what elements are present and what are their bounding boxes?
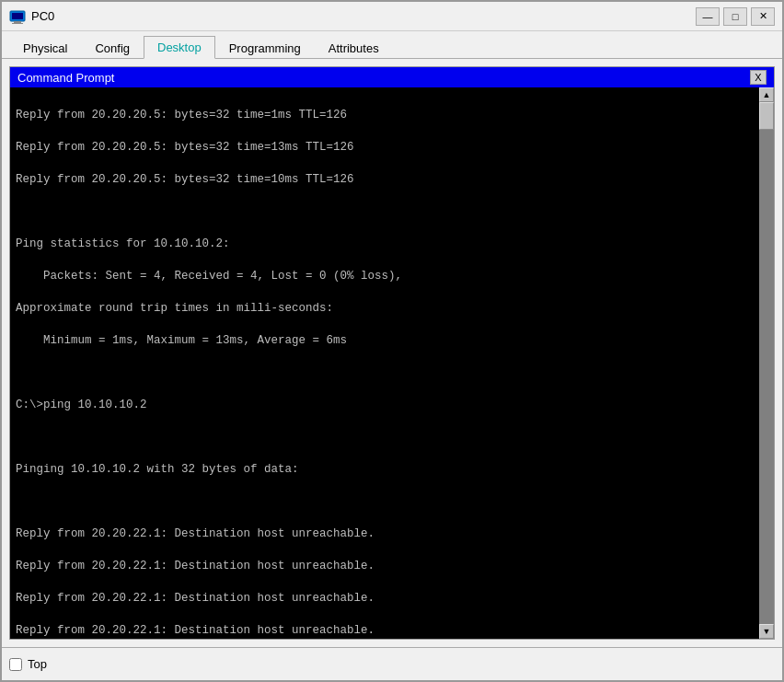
svg-rect-2 (14, 21, 21, 23)
svg-rect-3 (12, 23, 23, 24)
terminal-line: Reply from 20.20.20.5: bytes=32 time=1ms… (16, 108, 754, 124)
tab-desktop[interactable]: Desktop (144, 36, 215, 59)
terminal-line: Reply from 20.20.20.5: bytes=32 time=13m… (16, 140, 754, 156)
terminal-line: Reply from 20.20.20.5: bytes=32 time=10m… (16, 172, 754, 189)
tab-programming[interactable]: Programming (215, 37, 315, 59)
terminal-line: Reply from 20.20.22.1: Destination host … (16, 526, 754, 543)
scrollbar-track[interactable] (759, 102, 774, 624)
cmd-close-button[interactable]: X (750, 70, 767, 85)
tab-bar: Physical Config Desktop Programming Attr… (2, 31, 782, 59)
terminal-line: Minimum = 1ms, Maximum = 13ms, Average =… (16, 333, 754, 350)
tab-config[interactable]: Config (81, 37, 144, 59)
main-window: PC0 — □ ✕ Physical Config Desktop Progra… (0, 0, 784, 682)
content-area: Command Prompt X Reply from 20.20.20.5: … (2, 59, 782, 647)
app-icon (9, 8, 26, 25)
terminal-line: C:\>ping 10.10.10.2 (16, 398, 754, 414)
scroll-down-button[interactable]: ▼ (759, 624, 774, 639)
terminal-line: Approximate round trip times in milli-se… (16, 301, 754, 318)
bottom-bar: Top (2, 647, 782, 680)
scroll-up-button[interactable]: ▲ (759, 87, 774, 102)
terminal-line: Reply from 20.20.22.1: Destination host … (16, 591, 754, 607)
terminal-line (16, 204, 754, 221)
top-label: Top (28, 657, 47, 671)
svg-rect-1 (12, 13, 23, 19)
terminal-line (16, 430, 754, 446)
scrollbar-thumb[interactable] (759, 102, 774, 130)
top-checkbox[interactable] (9, 658, 22, 671)
title-bar: PC0 — □ ✕ (2, 2, 782, 31)
scrollbar[interactable]: ▲ ▼ (759, 87, 774, 639)
close-button[interactable]: ✕ (751, 7, 775, 26)
terminal-line (16, 365, 754, 382)
terminal-line (16, 494, 754, 511)
window-controls: — □ ✕ (696, 7, 775, 26)
terminal-line: Packets: Sent = 4, Received = 4, Lost = … (16, 269, 754, 285)
terminal-wrapper: Reply from 20.20.20.5: bytes=32 time=1ms… (10, 87, 774, 639)
cmd-window: Command Prompt X Reply from 20.20.20.5: … (9, 66, 775, 640)
window-title: PC0 (31, 9, 696, 23)
terminal-content[interactable]: Reply from 20.20.20.5: bytes=32 time=1ms… (10, 87, 759, 639)
minimize-button[interactable]: — (696, 7, 720, 26)
terminal-line: Ping statistics for 10.10.10.2: (16, 237, 754, 253)
top-checkbox-label[interactable]: Top (9, 657, 47, 671)
tab-attributes[interactable]: Attributes (315, 37, 393, 59)
terminal-line: Reply from 20.20.22.1: Destination host … (16, 559, 754, 575)
terminal-line: Reply from 20.20.22.1: Destination host … (16, 623, 754, 640)
cmd-title-bar: Command Prompt X (10, 67, 774, 87)
maximize-button[interactable]: □ (723, 7, 747, 26)
cmd-title: Command Prompt (17, 71, 114, 85)
terminal-line: Pinging 10.10.10.2 with 32 bytes of data… (16, 462, 754, 479)
tab-physical[interactable]: Physical (9, 37, 81, 59)
